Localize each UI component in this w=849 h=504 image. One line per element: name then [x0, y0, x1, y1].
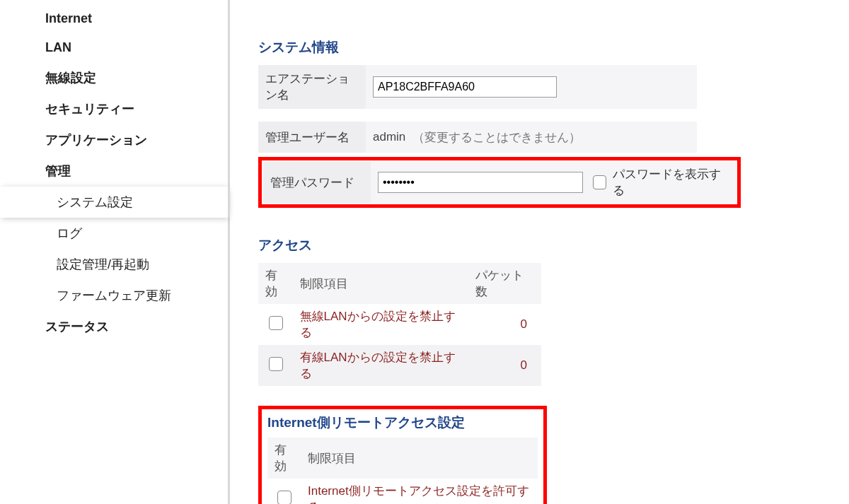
- subnav-firmware[interactable]: ファームウェア更新: [0, 280, 228, 311]
- access-table: 有効 制限項目 パケット数 無線LANからの設定を禁止する 0 有線LANからの…: [258, 263, 541, 386]
- remote-access-table: 有効 制限項目 Internet側リモートアクセス設定を許可する: [267, 438, 538, 504]
- station-name-row: エアステーション名: [258, 65, 697, 109]
- station-name-label: エアステーション名: [258, 65, 366, 109]
- nav-lan[interactable]: LAN: [0, 33, 228, 62]
- access-col-enable: 有効: [258, 263, 293, 304]
- nav-admin[interactable]: 管理: [0, 156, 228, 187]
- access-packets-0: 0: [468, 304, 541, 345]
- admin-user-label: 管理ユーザー名: [258, 122, 366, 153]
- access-title: アクセス: [258, 236, 821, 254]
- table-row: 無線LANからの設定を禁止する 0: [258, 304, 541, 345]
- station-name-input[interactable]: [373, 76, 557, 98]
- admin-user-row: 管理ユーザー名 admin （変更することはできません）: [258, 122, 697, 153]
- subnav-label: システム設定: [57, 195, 133, 209]
- subnav-log[interactable]: ログ: [0, 218, 228, 249]
- remote-item-0: Internet側リモートアクセス設定を許可する: [301, 479, 538, 504]
- show-password-checkbox[interactable]: [593, 175, 606, 189]
- nav-label: 管理: [45, 164, 71, 178]
- access-enable-checkbox-0[interactable]: [269, 316, 283, 330]
- nav-label: Internet: [45, 11, 92, 25]
- remote-access-title: Internet側リモートアクセス設定: [267, 414, 538, 432]
- remote-access-highlight: Internet側リモートアクセス設定 有効 制限項目 Internet側リモー…: [258, 406, 547, 504]
- nav-application[interactable]: アプリケーション: [0, 124, 228, 156]
- access-enable-checkbox-1[interactable]: [269, 357, 283, 371]
- access-col-item: 制限項目: [293, 263, 468, 304]
- nav-security[interactable]: セキュリティー: [0, 93, 228, 124]
- nav-label: セキュリティー: [45, 102, 134, 116]
- system-info-title: システム情報: [258, 38, 821, 57]
- access-col-packets: パケット数: [468, 263, 541, 304]
- table-row: Internet側リモートアクセス設定を許可する: [267, 479, 538, 504]
- nav-label: 無線設定: [45, 71, 96, 85]
- subnav-label: 設定管理/再起動: [57, 257, 149, 271]
- remote-enable-checkbox-0[interactable]: [277, 491, 291, 505]
- remote-col-enable: 有効: [267, 438, 301, 479]
- subnav-system-settings[interactable]: システム設定: [0, 187, 228, 218]
- admin-user-value: admin: [373, 130, 405, 144]
- admin-password-highlight: 管理パスワード パスワードを表示する: [258, 157, 741, 208]
- show-password-label[interactable]: パスワードを表示する: [590, 166, 729, 199]
- nav-label: LAN: [45, 40, 71, 54]
- access-item-0: 無線LANからの設定を禁止する: [293, 304, 468, 345]
- remote-col-item: 制限項目: [301, 438, 538, 479]
- nav-label: ステータス: [45, 320, 109, 334]
- access-packets-1: 0: [468, 345, 541, 386]
- subnav-label: ログ: [57, 226, 82, 240]
- table-row: 有線LANからの設定を禁止する 0: [258, 345, 541, 386]
- nav-wireless[interactable]: 無線設定: [0, 62, 228, 93]
- main-content: システム情報 エアステーション名 管理ユーザー名 admin （変更することはで…: [230, 0, 849, 504]
- show-password-text: パスワードを表示する: [613, 166, 729, 199]
- access-item-1: 有線LANからの設定を禁止する: [293, 345, 468, 386]
- sidebar: Internet LAN 無線設定 セキュリティー アプリケーション 管理 シス…: [0, 0, 230, 504]
- nav-label: アプリケーション: [45, 133, 147, 147]
- admin-password-row: 管理パスワード パスワードを表示する: [263, 162, 736, 203]
- admin-user-note: （変更することはできません）: [412, 129, 581, 146]
- nav-status[interactable]: ステータス: [0, 311, 228, 342]
- subnav-config-reboot[interactable]: 設定管理/再起動: [0, 249, 228, 280]
- nav-internet[interactable]: Internet: [0, 4, 228, 33]
- admin-password-input[interactable]: [378, 172, 583, 193]
- subnav-label: ファームウェア更新: [57, 288, 171, 303]
- admin-password-label: 管理パスワード: [263, 162, 371, 203]
